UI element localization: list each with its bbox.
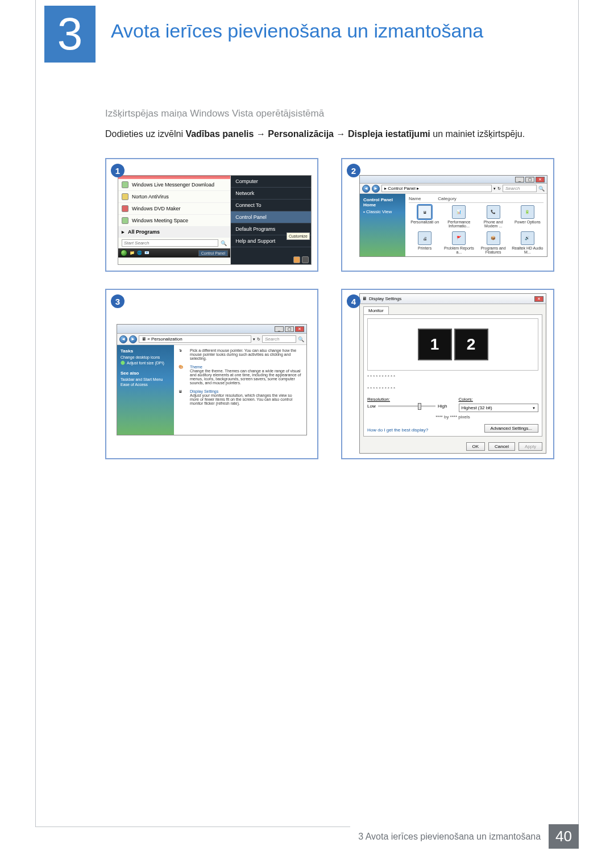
maximize-button[interactable]: ▢ [285,326,294,332]
advanced-settings-button[interactable]: Advanced Settings... [484,424,538,433]
display-settings-text: Adjust your monitor resolution, which ch… [190,393,302,405]
theme-text: Change the theme. Themes can change a wi… [190,369,302,385]
content-area: Izšķirtspējas maiņa Windows Vista operēt… [105,108,554,459]
cp-item[interactable]: 📦Programs and Features [478,231,509,254]
start-menu-item[interactable]: Norton AntiVirus [118,191,230,203]
sidebar: Control Panel Home • Classic View [360,194,405,256]
start-search[interactable]: 🔍 [118,238,230,248]
sidebar-task-item[interactable]: ⬤Adjust font size (DPI) [121,360,171,365]
search-input[interactable] [122,239,218,247]
taskbar-button[interactable]: Control Panel [198,250,228,256]
monitor-preview[interactable]: 1 2 [367,318,538,371]
start-menu-item[interactable]: Windows DVD Maker [118,203,230,215]
help-link[interactable]: How do I get the best display? [367,427,428,433]
start-menu-link-control-panel[interactable]: Control Panel [231,211,311,223]
close-button[interactable]: ✕ [295,326,304,332]
cancel-button[interactable]: Cancel [488,442,515,451]
sidebar-see-also-item[interactable]: Ease of Access [121,383,171,387]
chapter-number: 3 [57,8,83,60]
panel-number: 4 [347,294,360,308]
forward-button[interactable]: ► [372,185,380,193]
close-button[interactable]: ✕ [534,296,544,302]
search-icon[interactable]: 🔍 [298,337,304,342]
theme-link[interactable]: Theme [190,365,302,369]
resolution-readout: **** by **** pixels [367,414,538,420]
sidebar-home[interactable]: Control Panel Home [363,197,402,207]
start-menu-link[interactable]: Computer [231,176,311,188]
dialog-body: 1 2 ********** ********** Resolution: Lo… [363,314,542,437]
monitor-1[interactable]: 1 [418,329,452,360]
mouse-pointer-text: Pick a different mouse pointer. You can … [190,348,302,360]
cp-item[interactable]: 🚩Problem Reports a... [443,231,475,254]
minimize-button[interactable]: _ [275,326,284,332]
instruction-text: Dodieties uz izvēlni Vadības panelis → P… [105,127,554,141]
display-icon: 🖥 [362,296,367,301]
search-box[interactable]: Search [503,185,537,192]
chapter-title: Avota ierīces pievienošana un izmantošan… [111,20,483,42]
cp-item[interactable]: 🔊Realtek HD Audio M... [512,231,544,254]
panel-number: 1 [111,164,125,177]
display-settings-dialog: 🖥Display Settings ✕ Monitor 1 2 ********… [359,293,546,454]
panel-number: 2 [347,164,360,177]
address-bar[interactable]: 🖥 « Personalization [139,335,251,343]
dialog-titlebar: 🖥Display Settings ✕ [360,294,546,304]
control-panel-window: _ ▢ ✕ ◄ ► ▸ Control Panel ▸ ▾ ↻ Search 🔍… [359,175,547,257]
mouse-icon: 🖱 [179,348,186,356]
close-button[interactable]: ✕ [536,177,545,182]
tab-monitor[interactable]: Monitor [363,306,389,314]
resolution-slider[interactable]: Low High [367,404,447,409]
sidebar-classic-view[interactable]: • Classic View [363,209,402,214]
screenshot-panel-1: 1 Windows Live Messenger Download Norton… [105,158,318,272]
theme-icon: 🎨 [179,365,186,373]
column-name[interactable]: Name [409,196,421,201]
cp-item[interactable]: 🖨Printers [409,231,441,254]
forward-button[interactable]: ► [129,335,137,343]
ok-button[interactable]: OK [466,442,486,451]
lock-icon[interactable] [293,256,300,263]
subheading: Izšķirtspējas maiņa Windows Vista operēt… [105,108,554,119]
tab-strip: Monitor [360,304,546,314]
column-category[interactable]: Category [438,196,456,201]
taskbar[interactable]: 📁 🌐 📧 Control Panel [118,248,230,258]
panels-grid: 1 Windows Live Messenger Download Norton… [105,158,554,459]
slider-thumb[interactable] [418,403,421,410]
back-button[interactable]: ◄ [362,185,370,193]
apply-button[interactable]: Apply [518,442,542,451]
personalization-window: _ ▢ ✕ ◄ ► 🖥 « Personalization ▾ ↻ Search… [117,324,307,435]
screenshot-panel-4: 4 🖥Display Settings ✕ Monitor 1 2 ******… [341,289,554,459]
start-menu-link[interactable]: Network [231,188,311,200]
start-orb-icon[interactable] [121,250,127,256]
cp-item-personalization[interactable]: 🖥Personalizati on [409,205,441,228]
sidebar-task-item[interactable]: Change desktop icons [121,355,171,359]
maximize-button[interactable]: ▢ [525,177,534,182]
minimize-button[interactable]: _ [515,177,524,182]
search-box[interactable]: Search [262,335,296,343]
chevron-down-icon: ▼ [532,406,536,410]
start-menu-item[interactable]: Windows Live Messenger Download [118,179,230,191]
colors-dropdown[interactable]: Highest (32 bit) ▼ [459,404,539,412]
monitor-2[interactable]: 2 [454,329,488,360]
sidebar: Tasks Change desktop icons ⬤Adjust font … [117,345,174,435]
cp-item[interactable]: 📊Performance Informatio... [443,205,475,228]
sidebar-see-also-header: See also [121,371,171,376]
all-programs[interactable]: ▸All Programs [118,227,230,238]
footer-text: 3 Avota ierīces pievienošana un izmantoš… [350,824,549,849]
cp-item[interactable]: 📞Phone and Modem ... [478,205,509,228]
start-menu-item[interactable]: Windows Meeting Space [118,215,230,227]
chapter-number-box: 3 [44,6,96,63]
power-icon[interactable] [302,256,309,263]
nav-bar: ◄ ► ▸ Control Panel ▸ ▾ ↻ Search 🔍 [360,184,547,194]
back-button[interactable]: ◄ [119,335,127,343]
control-panel-items: Name Category 🖥Personalizati on 📊Perform… [405,194,547,256]
placeholder-text: ********** [367,386,538,391]
start-menu-right: Computer Network Connect To Control Pane… [231,176,311,264]
display-settings-link[interactable]: Display Settings [190,389,302,393]
sidebar-tasks-header: Tasks [121,348,171,354]
window-titlebar: _ ▢ ✕ [117,325,306,334]
search-icon[interactable]: 🔍 [538,186,545,192]
cp-item[interactable]: 🔋Power Options [512,205,544,228]
address-bar[interactable]: ▸ Control Panel ▸ [381,185,492,192]
sidebar-see-also-item[interactable]: Taskbar and Start Menu [121,377,171,381]
resolution-label: Resolution: [367,397,447,402]
start-menu-link[interactable]: Connect To [231,200,311,211]
